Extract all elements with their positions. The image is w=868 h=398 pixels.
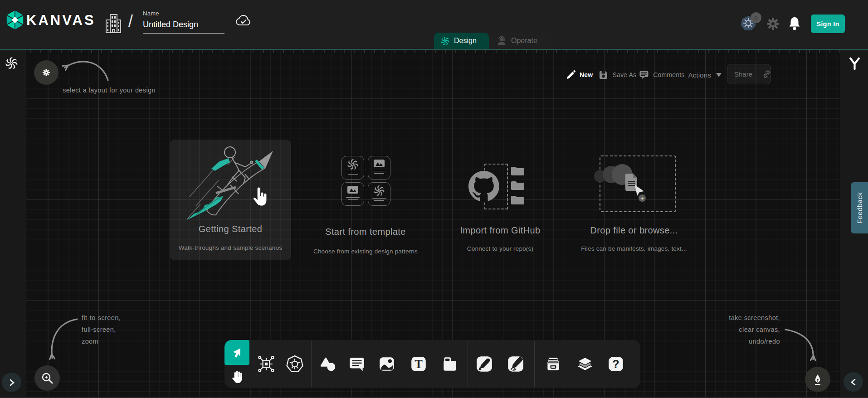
card-subtitle: Walk-throughs and sample scenarios	[158, 244, 303, 251]
sketch-tool-icon[interactable]	[507, 355, 525, 373]
card-title: Drop file or browse...	[561, 225, 707, 236]
logo-text: KANVAS	[26, 12, 96, 29]
dock-divider	[534, 341, 535, 387]
kanvas-logo-icon	[5, 9, 25, 31]
sign-in-button[interactable]: Sign In	[811, 15, 845, 33]
zoom-hints-text: fit-to-screen, full-screen, zoom	[82, 312, 121, 347]
notifications-bell-icon[interactable]	[789, 16, 800, 31]
zoom-magnifier-icon	[40, 371, 54, 385]
expand-right-panel-button[interactable]	[844, 372, 863, 392]
tile-line	[374, 200, 384, 201]
shapes-tool-icon[interactable]	[319, 355, 337, 373]
share-link-icon	[763, 70, 770, 78]
template-tile-image[interactable]	[368, 156, 390, 180]
card-subtitle: Files can be manifests, images, text...	[561, 245, 707, 252]
pen-tools-button[interactable]	[805, 367, 830, 392]
template-tile-image2[interactable]	[341, 182, 364, 206]
tile-line	[372, 198, 386, 199]
template-tile-design[interactable]	[341, 156, 364, 180]
tile-line	[348, 199, 358, 200]
select-cursor-icon	[231, 347, 243, 359]
layer5-y-icon[interactable]	[848, 57, 861, 71]
layout-hint-arrow	[59, 51, 111, 85]
github-text[interactable]: Import from GitHub Connect to your repo(…	[428, 225, 573, 252]
zoom-button[interactable]	[34, 365, 60, 391]
comments-icon[interactable]	[639, 70, 649, 80]
template-tile-design2[interactable]	[368, 182, 390, 206]
template-image-icon	[373, 159, 385, 169]
chevron-left-icon	[850, 379, 857, 385]
comments-button[interactable]: Comments	[653, 71, 684, 78]
canvas-actions-toolbar: New Save As Comments Actions	[566, 68, 722, 82]
design-name-group: Name	[143, 10, 224, 34]
kanvas-app: { "header": { "logo_text": "KANVAS", "na…	[0, 0, 868, 398]
save-as-icon[interactable]	[599, 70, 608, 80]
hand-icon	[230, 369, 244, 384]
zoom-hint-arrow	[40, 314, 81, 366]
card-title: Start from template	[293, 227, 438, 237]
canvas-top-border	[0, 49, 868, 50]
dropzone-plus-badge: +	[639, 194, 646, 202]
share-button[interactable]: Share	[727, 64, 771, 84]
help-tool-icon[interactable]: ?	[607, 355, 625, 373]
save-as-button[interactable]: Save As	[612, 71, 636, 78]
tab-design[interactable]: Design	[434, 33, 489, 49]
dropzone-text[interactable]: Drop file or browse... Files can be mani…	[561, 225, 707, 252]
note-tool-icon[interactable]	[441, 355, 459, 373]
canvas-hint-arrow	[783, 324, 821, 367]
card-title: Getting Started	[158, 224, 303, 234]
card-subtitle: Connect to your repo(s)	[428, 245, 573, 252]
getting-started-text: Getting Started Walk-throughs and sample…	[158, 224, 303, 251]
cloud-sync-icon	[235, 14, 252, 27]
meshery-spinner-icon[interactable]	[5, 57, 18, 69]
layout-flower-icon	[40, 67, 52, 78]
app-header: KANVAS / Name 0	[0, 0, 868, 49]
layout-hint-text: select a layout for your design	[63, 84, 156, 96]
text-tool-icon[interactable]: T	[410, 355, 428, 373]
design-name-input[interactable]	[143, 20, 224, 34]
context-count-badge: 0	[751, 12, 761, 23]
pen-nib-icon	[811, 373, 824, 386]
tile-line	[348, 174, 358, 175]
template-text[interactable]: Start from template Choose from existing…	[293, 227, 438, 255]
tile-line	[374, 173, 384, 174]
canvas-ruler-ticks	[0, 50, 868, 53]
dock-divider	[468, 341, 468, 387]
actions-dropdown-icon[interactable]	[716, 73, 722, 77]
feedback-tab[interactable]: Feedback	[851, 182, 868, 233]
infrastructure-tool-icon[interactable]	[257, 355, 275, 373]
template-spiral-icon	[347, 159, 358, 170]
chevron-right-icon	[9, 379, 15, 386]
card-subtitle: Choose from existing design patterns	[293, 248, 438, 255]
left-rail	[0, 50, 26, 397]
name-label: Name	[143, 10, 224, 17]
pen-tool-icon[interactable]	[475, 355, 493, 373]
expand-left-panel-button[interactable]	[2, 373, 21, 392]
image-tool-icon[interactable]	[378, 355, 396, 373]
tile-line	[346, 172, 360, 173]
template-image-icon	[347, 185, 359, 195]
card-title: Import from GitHub	[428, 225, 573, 236]
svg-text:?: ?	[612, 358, 619, 370]
operate-tab-icon	[497, 36, 507, 46]
actions-menu[interactable]: Actions	[688, 71, 711, 79]
pan-tool[interactable]	[224, 365, 249, 388]
select-tool-active[interactable]	[224, 340, 249, 365]
layers-tool-icon[interactable]	[576, 355, 594, 373]
drawer-tool-icon[interactable]	[544, 355, 562, 373]
new-pencil-icon[interactable]	[566, 70, 576, 80]
settings-gear-icon[interactable]	[767, 18, 779, 30]
kubernetes-tool-icon[interactable]	[286, 355, 304, 373]
template-spiral-icon	[374, 185, 385, 196]
comment-tool-icon[interactable]	[348, 355, 366, 373]
new-button[interactable]: New	[580, 71, 593, 78]
tile-line	[346, 197, 360, 198]
getting-started-illustration	[177, 143, 283, 225]
tab-operate[interactable]: Operate	[489, 33, 552, 49]
layout-selector-button[interactable]	[34, 60, 59, 85]
share-divider	[758, 64, 758, 84]
github-folders-icon	[511, 166, 526, 207]
organization-icon[interactable]	[104, 12, 122, 34]
github-octocat-icon	[468, 171, 499, 202]
canvas-hints-text: take screenshot, clear canvas, undo/redo	[729, 312, 780, 347]
